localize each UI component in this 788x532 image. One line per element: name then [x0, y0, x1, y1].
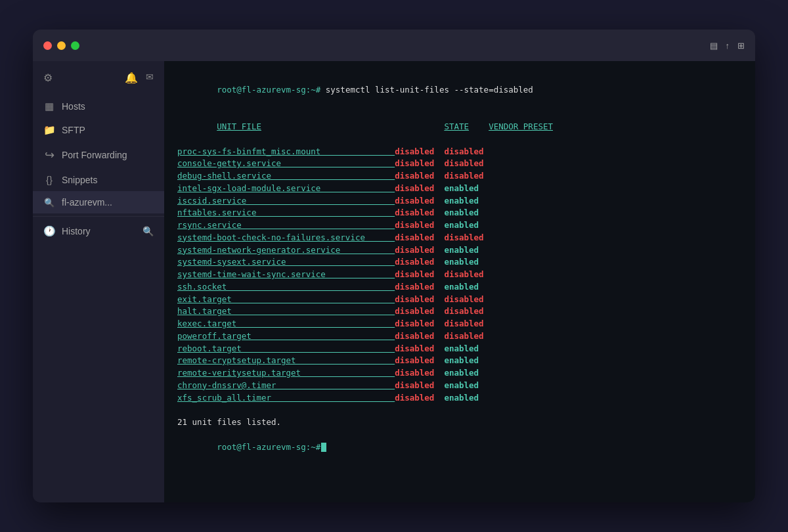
col-vendor-preset: VENDOR PRESET	[489, 122, 553, 131]
state-disabled: disabled	[395, 233, 444, 242]
preset-value: enabled	[444, 220, 479, 230]
settings-icon[interactable]: ⚙	[43, 72, 53, 84]
unit-name: systemd-time-wait-sync.service	[177, 269, 395, 279]
ruler-icon[interactable]: ▤	[710, 41, 718, 51]
inbox-icon[interactable]: ✉	[146, 72, 154, 84]
unit-name: systemd-boot-check-no-failures.service	[177, 233, 395, 242]
table-row: kexec.target disabled disabled	[177, 318, 742, 330]
unit-name: rsync.service	[177, 220, 395, 230]
preset-value: enabled	[444, 257, 479, 267]
content-area: ⚙ 🔔 ✉ ▦ Hosts 📁 SFTP ↪ Port Forwarding	[33, 61, 755, 502]
table-row: systemd-boot-check-no-failures.service d…	[177, 232, 742, 244]
terminal-rows: proc-sys-fs-binfmt_misc.mount disabled d…	[177, 146, 742, 405]
preset-value: disabled	[444, 233, 483, 242]
table-row: iscsid.service disabled enabled	[177, 195, 742, 208]
preset-value: disabled	[444, 331, 483, 341]
unit-name: exit.target	[177, 294, 395, 304]
unit-name: debug-shell.service	[177, 171, 395, 181]
state-disabled: disabled	[395, 269, 444, 279]
state-disabled: disabled	[395, 393, 444, 403]
port-forwarding-icon: ↪	[43, 148, 55, 162]
history-icon: 🕐	[43, 225, 55, 237]
cursor	[321, 443, 326, 452]
table-row: chrony-dnssrv@.timer disabled enabled	[177, 380, 742, 392]
sidebar-item-sftp[interactable]: 📁 SFTP	[33, 118, 164, 142]
state-disabled: disabled	[395, 257, 444, 267]
prompt-end: root@fl-azurevm-sg:~#	[217, 442, 320, 452]
state-disabled: disabled	[395, 344, 444, 353]
preset-value: enabled	[444, 208, 479, 217]
terminal-area[interactable]: root@fl-azurevm-sg:~# systemctl list-uni…	[164, 61, 755, 502]
history-search-icon[interactable]: 🔍	[142, 226, 154, 236]
minimize-button[interactable]	[57, 41, 66, 50]
footer-count: 21 unit files listed.	[177, 416, 742, 429]
preset-value: disabled	[444, 158, 483, 168]
preset-value: enabled	[444, 344, 479, 353]
unit-name: kexec.target	[177, 319, 395, 328]
prompt-end-line: root@fl-azurevm-sg:~#	[177, 429, 742, 466]
prompt: root@fl-azurevm-sg:~#	[217, 85, 320, 95]
sidebar-divider	[33, 216, 164, 217]
footer-blank	[177, 404, 742, 416]
table-header: UNIT FILE STATE VENDOR PRESET	[177, 108, 742, 145]
sidebar-item-active-session[interactable]: 🔍 fl-azurevm...	[33, 191, 164, 213]
sidebar-item-hosts-label: Hosts	[62, 101, 154, 112]
unit-name: iscsid.service	[177, 196, 395, 206]
table-row: console-getty.service disabled disabled	[177, 158, 742, 170]
table-row: intel-sgx-load-module.service disabled e…	[177, 183, 742, 195]
state-disabled: disabled	[395, 319, 444, 328]
table-row: halt.target disabled disabled	[177, 305, 742, 318]
state-disabled: disabled	[395, 196, 444, 206]
state-disabled: disabled	[395, 220, 444, 230]
unit-name: intel-sgx-load-module.service	[177, 183, 395, 193]
sidebar-item-history[interactable]: 🕐 History 🔍	[33, 219, 164, 243]
state-disabled: disabled	[395, 355, 444, 365]
sidebar-item-sftp-label: SFTP	[62, 125, 154, 135]
sidebar-item-snippets[interactable]: {} Snippets	[33, 168, 164, 191]
preset-value: disabled	[444, 171, 483, 181]
state-disabled: disabled	[395, 208, 444, 217]
table-row: systemd-sysext.service disabled enabled	[177, 256, 742, 269]
titlebar: ▤ ↑ ⊞	[33, 30, 755, 61]
split-icon[interactable]: ⊞	[737, 41, 745, 51]
state-disabled: disabled	[395, 146, 444, 156]
unit-name: halt.target	[177, 306, 395, 316]
state-disabled: disabled	[395, 183, 444, 193]
state-disabled: disabled	[395, 380, 444, 390]
unit-name: reboot.target	[177, 344, 395, 353]
hosts-icon: ▦	[43, 100, 55, 112]
unit-name: chrony-dnssrv@.timer	[177, 380, 395, 390]
sidebar-top-icons: ⚙ 🔔 ✉	[33, 66, 164, 95]
unit-name: systemd-sysext.service	[177, 257, 395, 267]
table-row: poweroff.target disabled disabled	[177, 330, 742, 343]
table-row: proc-sys-fs-binfmt_misc.mount disabled d…	[177, 146, 742, 158]
table-row: exit.target disabled disabled	[177, 294, 742, 306]
table-row: systemd-time-wait-sync.service disabled …	[177, 269, 742, 281]
table-row: debug-shell.service disabled disabled	[177, 170, 742, 183]
table-row: xfs_scrub_all.timer disabled enabled	[177, 392, 742, 405]
col-unit-file: UNIT FILE	[217, 122, 261, 131]
table-row: systemd-network-generator.service disabl…	[177, 244, 742, 257]
state-disabled: disabled	[395, 294, 444, 304]
maximize-button[interactable]	[71, 41, 79, 50]
preset-value: enabled	[444, 196, 479, 206]
unit-name: remote-cryptsetup.target	[177, 355, 395, 365]
col-state: STATE	[444, 122, 469, 131]
state-disabled: disabled	[395, 306, 444, 316]
table-row: reboot.target disabled enabled	[177, 343, 742, 355]
close-button[interactable]	[43, 41, 52, 50]
bell-icon[interactable]: 🔔	[125, 72, 138, 84]
unit-name: nftables.service	[177, 208, 395, 217]
sidebar-item-hosts[interactable]: ▦ Hosts	[33, 95, 164, 118]
sidebar-item-port-forwarding[interactable]: ↪ Port Forwarding	[33, 142, 164, 168]
table-row: remote-cryptsetup.target disabled enable…	[177, 355, 742, 367]
preset-value: enabled	[444, 355, 479, 365]
snippets-icon: {}	[43, 174, 55, 185]
unit-name: poweroff.target	[177, 331, 395, 341]
traffic-lights	[43, 41, 79, 50]
preset-value: enabled	[444, 282, 479, 292]
state-disabled: disabled	[395, 245, 444, 255]
preset-value: enabled	[444, 368, 479, 378]
share-icon[interactable]: ↑	[726, 41, 730, 51]
state-disabled: disabled	[395, 282, 444, 292]
